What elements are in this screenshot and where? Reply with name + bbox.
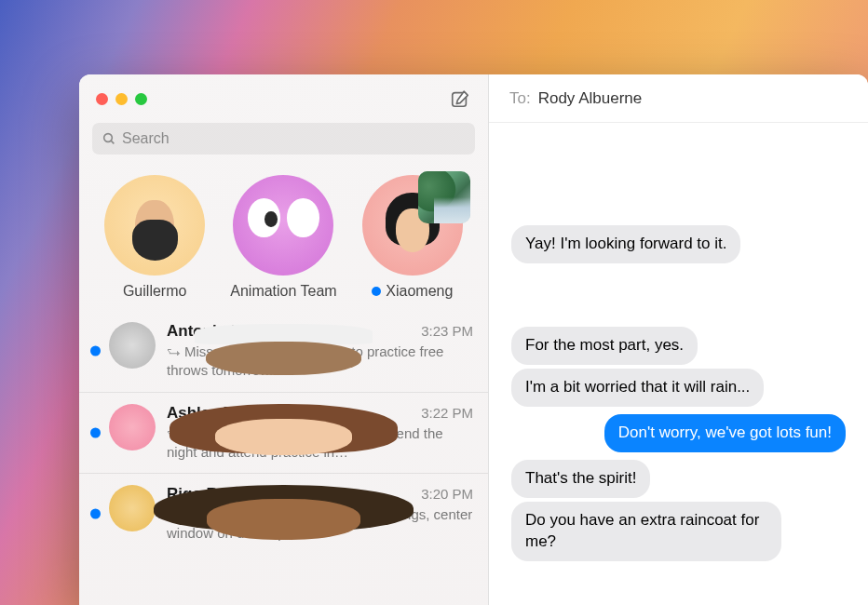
pinned-contact-animation-team[interactable]: Animation Team — [224, 175, 342, 300]
compose-button[interactable] — [449, 87, 471, 110]
pinned-contact-xiaomeng[interactable]: Xiaomeng — [354, 175, 471, 300]
message-bubble[interactable]: Don't worry, we've got lots fun! — [604, 414, 846, 452]
conversation-item[interactable]: Rigo Rangel 3:20 PM ⮑Provide last minute… — [79, 473, 488, 555]
avatar — [233, 175, 333, 276]
chat-pane: To: Rody Albuerne Yay! I'm looking forwa… — [489, 74, 868, 605]
message-bubble[interactable]: Yay! I'm looking forward to it. — [511, 225, 740, 263]
message-in: For the most part, yes. — [511, 327, 846, 365]
svg-line-2 — [111, 141, 114, 143]
svg-point-1 — [104, 134, 113, 142]
message-in: I'm a bit worried that it will rain... — [511, 369, 846, 407]
avatar — [362, 175, 463, 276]
pinned-label: Animation Team — [230, 283, 336, 300]
message-thread[interactable]: Yay! I'm looking forward to it. For the … — [489, 123, 868, 605]
message-out: Don't worry, we've got lots fun! — [511, 414, 846, 452]
message-in: Do you have an extra raincoat for me? — [511, 502, 846, 561]
compose-icon — [450, 88, 470, 109]
conversation-list[interactable]: Antonio Manriquez 3:23 PM ⮑Missed final … — [79, 311, 488, 605]
search-container — [79, 123, 488, 164]
avatar — [109, 485, 156, 531]
shared-photo-thumbnail[interactable] — [418, 171, 470, 223]
recipient-name[interactable]: Rody Albuerne — [538, 89, 643, 108]
search-icon — [102, 131, 116, 146]
close-button[interactable] — [96, 93, 108, 105]
avatar — [109, 404, 156, 450]
maximize-button[interactable] — [135, 93, 147, 105]
message-gap — [511, 271, 846, 319]
conversation-item[interactable]: Ashley Rico 3:22 PM ⮑Confirmation needed… — [79, 392, 488, 474]
window-controls — [96, 93, 147, 105]
search-field[interactable] — [92, 123, 475, 155]
message-in: That's the spirit! — [511, 460, 846, 498]
chat-header: To: Rody Albuerne — [489, 74, 868, 123]
to-label: To: — [509, 89, 531, 108]
pinned-label: Guillermo — [123, 283, 186, 300]
avatar — [109, 322, 156, 369]
search-input[interactable] — [122, 130, 466, 147]
pinned-label: Xiaomeng — [386, 283, 453, 300]
unread-dot-icon — [372, 287, 381, 296]
messages-window: Guillermo Animation Team Xiaomeng — [79, 74, 868, 605]
message-bubble[interactable]: That's the spirit! — [511, 460, 650, 498]
message-in: Yay! I'm looking forward to it. — [511, 225, 846, 263]
avatar — [104, 175, 205, 276]
conversation-item[interactable]: Antonio Manriquez 3:23 PM ⮑Missed final … — [79, 311, 488, 392]
sidebar: Guillermo Animation Team Xiaomeng — [79, 74, 489, 605]
pinned-row: Guillermo Animation Team Xiaomeng — [79, 164, 488, 311]
message-bubble[interactable]: For the most part, yes. — [511, 327, 698, 365]
message-bubble[interactable]: I'm a bit worried that it will rain... — [511, 369, 764, 407]
titlebar — [79, 74, 488, 123]
minimize-button[interactable] — [115, 93, 128, 105]
pinned-contact-guillermo[interactable]: Guillermo — [96, 175, 213, 300]
message-bubble[interactable]: Do you have an extra raincoat for me? — [511, 502, 781, 561]
